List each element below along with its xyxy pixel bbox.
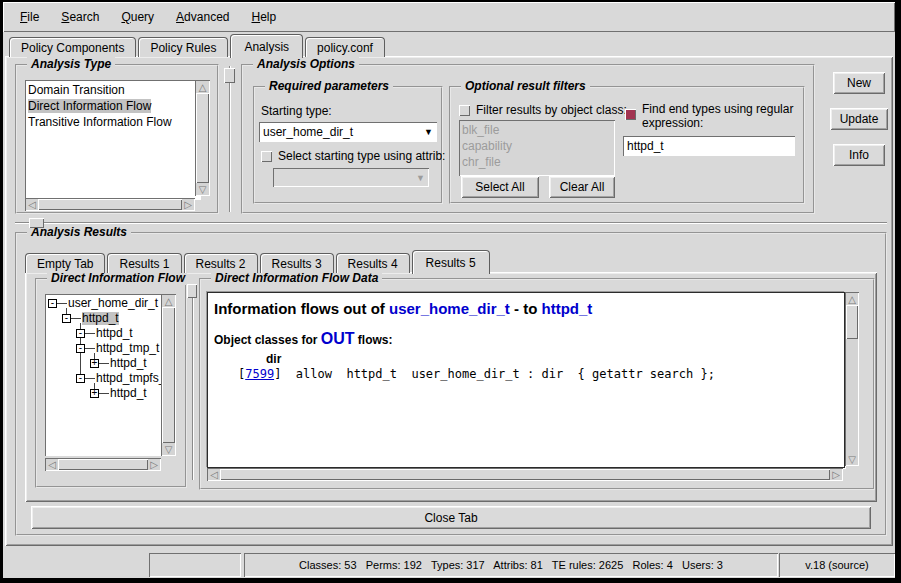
pane-divider [192,284,193,480]
tab-results-2[interactable]: Results 2 [184,253,258,273]
analysis-type-hscrollbar[interactable]: ◁ ▷ [25,198,195,211]
object-class-listbox: blk_file capability chr_file [459,120,615,176]
tree-expand-toggle[interactable]: - [76,329,85,338]
tree-node-label[interactable]: user_home_dir_t [68,297,158,310]
required-parameters-title: Required parameters [265,79,393,93]
tree-expand-toggle[interactable]: + [90,389,99,398]
scroll-up-icon[interactable]: △ [196,81,209,93]
tab-results-4[interactable]: Results 4 [336,253,410,273]
tab-policy-conf[interactable]: policy.conf [305,37,385,57]
optional-filters-title: Optional result filters [461,79,590,93]
starting-type-combobox[interactable]: user_home_dir_t ▼ [259,122,437,142]
dropdown-arrow-icon[interactable]: ▼ [422,127,435,137]
select-all-button[interactable]: Select All [461,176,539,198]
pane-divider [15,222,887,223]
scroll-left-icon[interactable]: ◁ [26,199,38,210]
scrollbar-thumb[interactable] [220,469,830,480]
scroll-left-icon[interactable]: ◁ [46,459,58,470]
regex-checkbox[interactable] [625,109,636,120]
tree-expand-toggle[interactable]: - [76,344,85,353]
close-tab-button[interactable]: Close Tab [31,506,871,529]
list-item: Transitive Information Flow [28,114,198,130]
results-tab-bar: Empty Tab Results 1 Results 2 Results 3 … [25,250,492,273]
tree-node-label[interactable]: httpd_t [110,357,147,370]
data-vscrollbar[interactable]: △ ▽ [845,292,859,466]
tree-expand-toggle[interactable]: - [62,314,71,323]
flow-data-textarea[interactable]: Information flows out of user_home_dir_t… [207,292,845,468]
scroll-right-icon[interactable]: ▷ [182,199,194,210]
scroll-left-icon[interactable]: ◁ [208,469,220,480]
tree-expand-toggle[interactable]: + [90,359,99,368]
tree-hscrollbar[interactable]: ◁ ▷ [45,458,161,471]
analysis-type-title: Analysis Type [27,57,115,71]
tree-connector [85,348,95,349]
object-classes-heading: Object classes for OUT flows: [208,317,844,348]
rule-number-link[interactable]: 7599 [245,367,274,381]
new-button[interactable]: New [833,72,885,94]
starting-type-label: Starting type: [261,104,332,118]
analysis-options-title: Analysis Options [253,57,359,71]
scroll-right-icon[interactable]: ▷ [830,469,842,480]
menu-file[interactable]: File [15,8,44,26]
tab-policy-rules[interactable]: Policy Rules [138,37,228,57]
tree-connector [57,303,67,304]
scrollbar-thumb[interactable] [58,459,148,470]
regex-input[interactable] [623,136,795,156]
tree-expand-toggle[interactable]: - [76,374,85,383]
list-item: blk_file [462,122,612,138]
app-window: File Search Query Advanced Help Policy C… [0,0,901,583]
scroll-up-icon[interactable]: △ [162,295,175,307]
sash-handle[interactable] [29,218,44,228]
object-class-checkbox[interactable] [459,105,470,116]
menu-search[interactable]: Search [56,8,104,26]
scroll-up-icon[interactable]: △ [846,293,858,305]
tab-analysis[interactable]: Analysis [230,34,303,58]
tab-results-3[interactable]: Results 3 [260,253,334,273]
tree-node-label-selected[interactable]: httpd_t [82,312,119,325]
regex-checkbox-label: Find end types using regular expression: [642,102,804,130]
attrib-checkbox[interactable] [261,151,272,162]
tree-vscrollbar[interactable]: △ ▽ [161,294,176,456]
analysis-type-vscrollbar[interactable]: △ ▽ [195,80,210,196]
scroll-down-icon[interactable]: ▽ [196,183,209,195]
main-tab-bar: Policy Components Policy Rules Analysis … [9,34,387,57]
tab-results-1[interactable]: Results 1 [107,253,181,273]
status-stats: Classes: 53 Perms: 192 Types: 317 Attrib… [244,553,778,577]
scrollbar-thumb[interactable] [38,199,182,210]
menu-help[interactable]: Help [246,8,281,26]
tree-node-label[interactable]: httpd_tmp_t [96,342,159,355]
sash-handle[interactable] [187,284,197,298]
tree-node-label[interactable]: httpd_t [96,327,133,340]
menu-query[interactable]: Query [116,8,159,26]
scroll-down-icon[interactable]: ▽ [846,453,858,465]
sash-handle[interactable] [224,68,235,83]
clear-all-button[interactable]: Clear All [549,176,615,198]
list-item-selected: Direct Information Flow [28,98,198,114]
tab-results-5[interactable]: Results 5 [412,250,490,274]
tree-node-label[interactable]: httpd_t [110,387,147,400]
menu-advanced[interactable]: Advanced [171,8,234,26]
target-type: httpd_t [542,300,593,317]
flow-tree[interactable]: - - - - + - + user_home_dir_t httpd_t ht… [45,294,161,456]
object-class-name: dir [208,348,844,366]
tree-node-label[interactable]: httpd_tmpfs_t [96,372,161,385]
flow-heading: Information flows out of user_home_dir_t… [208,293,844,317]
flow-data-title: Direct Information Flow Data [211,271,382,285]
scroll-right-icon[interactable]: ▷ [148,459,160,470]
scrollbar-thumb[interactable] [846,305,858,339]
update-button[interactable]: Update [830,108,888,130]
scrollbar-trough[interactable] [846,339,858,453]
scrollbar-thumb[interactable] [162,307,175,443]
tree-expand-toggle[interactable]: - [48,299,57,308]
info-button[interactable]: Info [833,144,885,166]
tab-policy-components[interactable]: Policy Components [9,37,136,57]
scroll-down-icon[interactable]: ▽ [162,443,175,455]
object-class-checkbox-label: Filter results by object class: [476,103,627,117]
scrollbar-thumb[interactable] [196,93,209,183]
analysis-type-listbox[interactable]: Domain Transition Direct Information Flo… [25,80,201,200]
menu-bar: File Search Query Advanced Help [3,2,895,32]
tab-empty[interactable]: Empty Tab [25,253,105,273]
tree-connector [85,333,95,334]
data-hscrollbar[interactable]: ◁ ▷ [207,468,843,481]
starting-type-value: user_home_dir_t [263,125,422,139]
